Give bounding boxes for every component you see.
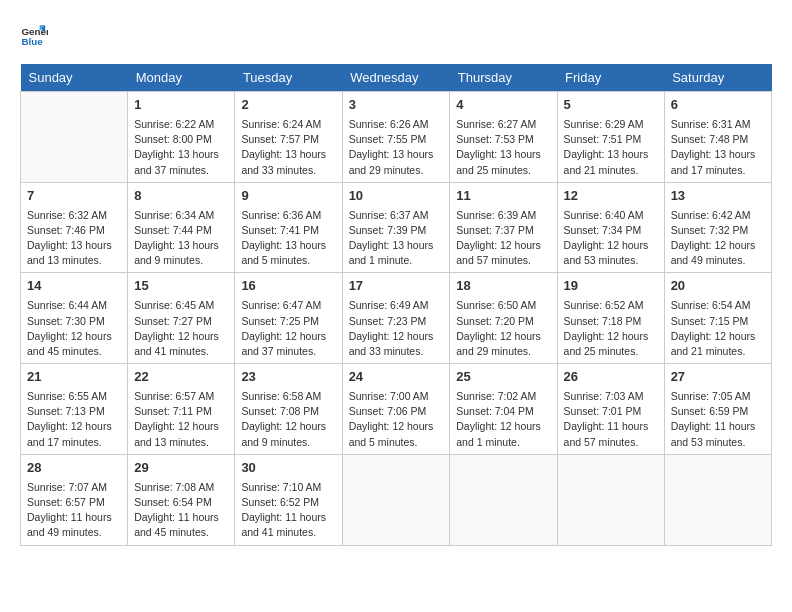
day-number: 7	[27, 187, 121, 206]
day-info: Sunrise: 6:37 AM Sunset: 7:39 PM Dayligh…	[349, 208, 444, 269]
day-number: 18	[456, 277, 550, 296]
day-info: Sunrise: 6:42 AM Sunset: 7:32 PM Dayligh…	[671, 208, 765, 269]
day-cell: 13Sunrise: 6:42 AM Sunset: 7:32 PM Dayli…	[664, 182, 771, 273]
day-info: Sunrise: 6:58 AM Sunset: 7:08 PM Dayligh…	[241, 389, 335, 450]
day-cell: 18Sunrise: 6:50 AM Sunset: 7:20 PM Dayli…	[450, 273, 557, 364]
day-info: Sunrise: 6:45 AM Sunset: 7:27 PM Dayligh…	[134, 298, 228, 359]
day-info: Sunrise: 6:57 AM Sunset: 7:11 PM Dayligh…	[134, 389, 228, 450]
day-number: 29	[134, 459, 228, 478]
day-info: Sunrise: 6:34 AM Sunset: 7:44 PM Dayligh…	[134, 208, 228, 269]
week-row-1: 1Sunrise: 6:22 AM Sunset: 8:00 PM Daylig…	[21, 92, 772, 183]
day-number: 21	[27, 368, 121, 387]
day-info: Sunrise: 7:08 AM Sunset: 6:54 PM Dayligh…	[134, 480, 228, 541]
day-number: 3	[349, 96, 444, 115]
day-number: 16	[241, 277, 335, 296]
day-cell: 16Sunrise: 6:47 AM Sunset: 7:25 PM Dayli…	[235, 273, 342, 364]
day-number: 28	[27, 459, 121, 478]
day-info: Sunrise: 7:05 AM Sunset: 6:59 PM Dayligh…	[671, 389, 765, 450]
day-cell: 12Sunrise: 6:40 AM Sunset: 7:34 PM Dayli…	[557, 182, 664, 273]
day-number: 22	[134, 368, 228, 387]
day-info: Sunrise: 6:49 AM Sunset: 7:23 PM Dayligh…	[349, 298, 444, 359]
day-info: Sunrise: 6:55 AM Sunset: 7:13 PM Dayligh…	[27, 389, 121, 450]
weekday-header-row: SundayMondayTuesdayWednesdayThursdayFrid…	[21, 64, 772, 92]
day-info: Sunrise: 6:27 AM Sunset: 7:53 PM Dayligh…	[456, 117, 550, 178]
day-cell	[664, 454, 771, 545]
day-info: Sunrise: 6:39 AM Sunset: 7:37 PM Dayligh…	[456, 208, 550, 269]
day-cell: 22Sunrise: 6:57 AM Sunset: 7:11 PM Dayli…	[128, 364, 235, 455]
day-number: 2	[241, 96, 335, 115]
day-cell	[342, 454, 450, 545]
week-row-3: 14Sunrise: 6:44 AM Sunset: 7:30 PM Dayli…	[21, 273, 772, 364]
day-cell: 6Sunrise: 6:31 AM Sunset: 7:48 PM Daylig…	[664, 92, 771, 183]
day-cell: 28Sunrise: 7:07 AM Sunset: 6:57 PM Dayli…	[21, 454, 128, 545]
day-info: Sunrise: 7:07 AM Sunset: 6:57 PM Dayligh…	[27, 480, 121, 541]
day-cell: 1Sunrise: 6:22 AM Sunset: 8:00 PM Daylig…	[128, 92, 235, 183]
day-info: Sunrise: 6:47 AM Sunset: 7:25 PM Dayligh…	[241, 298, 335, 359]
logo-icon: General Blue	[20, 20, 48, 48]
day-cell	[21, 92, 128, 183]
day-number: 6	[671, 96, 765, 115]
day-info: Sunrise: 6:29 AM Sunset: 7:51 PM Dayligh…	[564, 117, 658, 178]
day-cell: 25Sunrise: 7:02 AM Sunset: 7:04 PM Dayli…	[450, 364, 557, 455]
day-number: 8	[134, 187, 228, 206]
calendar-body: 1Sunrise: 6:22 AM Sunset: 8:00 PM Daylig…	[21, 92, 772, 546]
day-cell: 21Sunrise: 6:55 AM Sunset: 7:13 PM Dayli…	[21, 364, 128, 455]
day-cell: 11Sunrise: 6:39 AM Sunset: 7:37 PM Dayli…	[450, 182, 557, 273]
day-info: Sunrise: 7:10 AM Sunset: 6:52 PM Dayligh…	[241, 480, 335, 541]
week-row-4: 21Sunrise: 6:55 AM Sunset: 7:13 PM Dayli…	[21, 364, 772, 455]
day-cell	[450, 454, 557, 545]
logo: General Blue	[20, 20, 52, 48]
day-cell: 14Sunrise: 6:44 AM Sunset: 7:30 PM Dayli…	[21, 273, 128, 364]
day-info: Sunrise: 6:22 AM Sunset: 8:00 PM Dayligh…	[134, 117, 228, 178]
week-row-5: 28Sunrise: 7:07 AM Sunset: 6:57 PM Dayli…	[21, 454, 772, 545]
day-number: 24	[349, 368, 444, 387]
day-cell: 4Sunrise: 6:27 AM Sunset: 7:53 PM Daylig…	[450, 92, 557, 183]
day-number: 1	[134, 96, 228, 115]
week-row-2: 7Sunrise: 6:32 AM Sunset: 7:46 PM Daylig…	[21, 182, 772, 273]
day-cell: 5Sunrise: 6:29 AM Sunset: 7:51 PM Daylig…	[557, 92, 664, 183]
day-cell: 2Sunrise: 6:24 AM Sunset: 7:57 PM Daylig…	[235, 92, 342, 183]
day-cell: 23Sunrise: 6:58 AM Sunset: 7:08 PM Dayli…	[235, 364, 342, 455]
day-cell: 19Sunrise: 6:52 AM Sunset: 7:18 PM Dayli…	[557, 273, 664, 364]
day-number: 26	[564, 368, 658, 387]
day-number: 17	[349, 277, 444, 296]
calendar-table: SundayMondayTuesdayWednesdayThursdayFrid…	[20, 64, 772, 546]
day-info: Sunrise: 6:36 AM Sunset: 7:41 PM Dayligh…	[241, 208, 335, 269]
day-number: 15	[134, 277, 228, 296]
day-cell: 30Sunrise: 7:10 AM Sunset: 6:52 PM Dayli…	[235, 454, 342, 545]
day-number: 19	[564, 277, 658, 296]
day-cell	[557, 454, 664, 545]
day-cell: 24Sunrise: 7:00 AM Sunset: 7:06 PM Dayli…	[342, 364, 450, 455]
day-cell: 8Sunrise: 6:34 AM Sunset: 7:44 PM Daylig…	[128, 182, 235, 273]
day-info: Sunrise: 6:52 AM Sunset: 7:18 PM Dayligh…	[564, 298, 658, 359]
day-info: Sunrise: 6:54 AM Sunset: 7:15 PM Dayligh…	[671, 298, 765, 359]
day-info: Sunrise: 6:50 AM Sunset: 7:20 PM Dayligh…	[456, 298, 550, 359]
day-cell: 17Sunrise: 6:49 AM Sunset: 7:23 PM Dayli…	[342, 273, 450, 364]
weekday-tuesday: Tuesday	[235, 64, 342, 92]
day-number: 20	[671, 277, 765, 296]
day-info: Sunrise: 6:31 AM Sunset: 7:48 PM Dayligh…	[671, 117, 765, 178]
day-number: 27	[671, 368, 765, 387]
weekday-friday: Friday	[557, 64, 664, 92]
day-cell: 15Sunrise: 6:45 AM Sunset: 7:27 PM Dayli…	[128, 273, 235, 364]
day-cell: 20Sunrise: 6:54 AM Sunset: 7:15 PM Dayli…	[664, 273, 771, 364]
day-number: 30	[241, 459, 335, 478]
day-cell: 10Sunrise: 6:37 AM Sunset: 7:39 PM Dayli…	[342, 182, 450, 273]
day-info: Sunrise: 7:00 AM Sunset: 7:06 PM Dayligh…	[349, 389, 444, 450]
day-number: 13	[671, 187, 765, 206]
day-number: 5	[564, 96, 658, 115]
day-info: Sunrise: 6:32 AM Sunset: 7:46 PM Dayligh…	[27, 208, 121, 269]
weekday-wednesday: Wednesday	[342, 64, 450, 92]
day-cell: 9Sunrise: 6:36 AM Sunset: 7:41 PM Daylig…	[235, 182, 342, 273]
day-info: Sunrise: 6:26 AM Sunset: 7:55 PM Dayligh…	[349, 117, 444, 178]
day-info: Sunrise: 6:24 AM Sunset: 7:57 PM Dayligh…	[241, 117, 335, 178]
day-info: Sunrise: 6:40 AM Sunset: 7:34 PM Dayligh…	[564, 208, 658, 269]
svg-text:Blue: Blue	[21, 36, 43, 47]
day-cell: 26Sunrise: 7:03 AM Sunset: 7:01 PM Dayli…	[557, 364, 664, 455]
day-cell: 7Sunrise: 6:32 AM Sunset: 7:46 PM Daylig…	[21, 182, 128, 273]
day-number: 10	[349, 187, 444, 206]
day-cell: 27Sunrise: 7:05 AM Sunset: 6:59 PM Dayli…	[664, 364, 771, 455]
weekday-saturday: Saturday	[664, 64, 771, 92]
day-number: 4	[456, 96, 550, 115]
page-header: General Blue	[20, 20, 772, 48]
